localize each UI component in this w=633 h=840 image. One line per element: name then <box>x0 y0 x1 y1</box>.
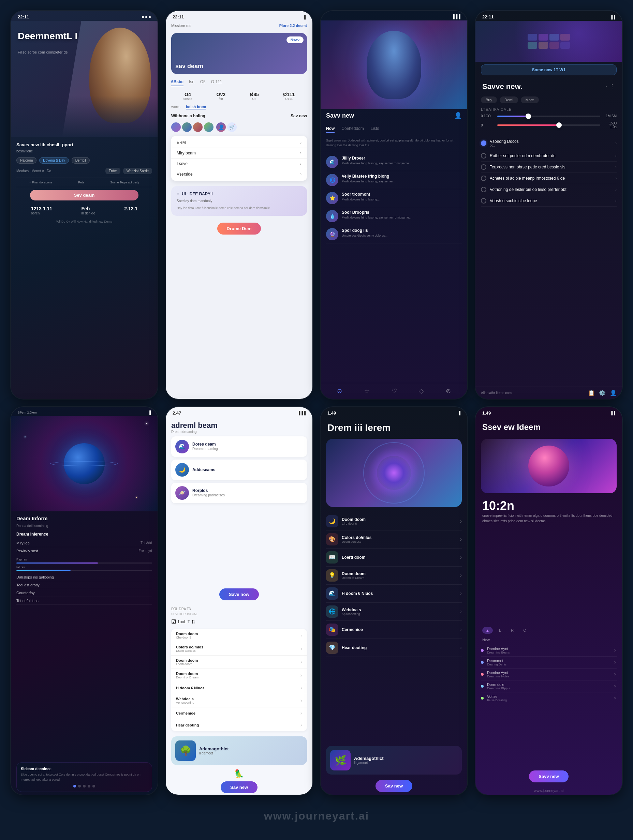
nav-user-3[interactable]: ⊚ <box>446 387 451 395</box>
save-button-1[interactable]: Sev deam <box>30 190 138 201</box>
nav-item-3[interactable]: Sovne Tegle act osity <box>110 181 139 184</box>
tab-8-r[interactable]: R <box>508 627 517 634</box>
tab-fsrt[interactable]: fsrt <box>189 79 195 86</box>
hero-badge-2[interactable]: Nsav <box>286 36 304 43</box>
input-enter[interactable]: Enter <box>105 168 120 174</box>
user-icon-3[interactable]: 👤 <box>454 112 462 119</box>
close-8-2[interactable]: × <box>614 660 617 665</box>
slider-thumb-1[interactable] <box>525 114 531 119</box>
tab-deml-4[interactable]: Deml <box>500 96 518 103</box>
list-item-8-2[interactable]: Deommet Dearing Denis × <box>481 657 617 668</box>
tab-6bsbe[interactable]: 6Bsbe <box>171 79 184 86</box>
list-item-3-4[interactable]: 💧 Soor Droopris Morfit dolores fring las… <box>326 207 462 225</box>
big-section-7[interactable]: 🌿 Ademagothlct li gamoet <box>326 746 462 775</box>
radio-4-4[interactable] <box>481 175 486 181</box>
tab-8-c[interactable]: C <box>520 627 529 634</box>
sort-icon-6[interactable]: ⇅ <box>191 619 195 625</box>
checkbox-icon-6[interactable]: ☑ <box>171 618 176 625</box>
close-8-1[interactable]: × <box>614 648 617 653</box>
nav-item-1[interactable]: + Filisr dolsicons <box>29 181 52 184</box>
tab-lists-3[interactable]: Lists <box>371 126 379 133</box>
list-item-7-6[interactable]: 🌐 Webdoa s Ap toooerting › <box>326 603 462 621</box>
subtab-boish[interactable]: boish brem <box>186 105 206 109</box>
settings-item-6-7[interactable]: Cermenioe › <box>171 707 307 719</box>
subtab-worm[interactable]: worm <box>171 105 180 109</box>
list-item-8-3[interactable]: Domine Aynt Dreamine Notes × <box>481 668 617 681</box>
nav-chat-3[interactable]: ◇ <box>419 387 424 395</box>
settings-item-6-6[interactable]: Webdoa s Ap toooerting › <box>171 694 307 707</box>
list-item-7-1[interactable]: 🌙 Doom doom Cire door 5 › <box>326 512 462 531</box>
nav-star-3[interactable]: ☆ <box>364 387 370 395</box>
list-item-4-4[interactable]: Acnetes oi adiple meanp irmostosed 6 de … <box>481 173 617 184</box>
settings-item-6-8[interactable]: Hear deoting › <box>171 719 307 731</box>
list-item-6-1[interactable]: 🌊 Dores deam Dream dreaming <box>171 436 307 457</box>
close-8-3[interactable]: × <box>614 672 617 677</box>
list-item-3-2[interactable]: 🌀 Velly Blastee fring blong Morfit dolor… <box>326 171 462 189</box>
list-item-7-8[interactable]: 💎 Hear deoting › <box>326 639 462 657</box>
list-item-7-5[interactable]: 🌊 H doom 6 Nluos › <box>326 585 462 603</box>
save-button-8[interactable]: Savv new <box>529 771 568 782</box>
more-icon-4[interactable]: ⋮ <box>609 83 615 90</box>
settings-item-6-1[interactable]: Doom doom Cbe door 5 › <box>171 629 307 642</box>
radio-4-3[interactable] <box>481 164 486 170</box>
chevron-4-3: › <box>615 165 617 169</box>
list-item-4-2[interactable]: Rotber sot posler odm dembroter de › <box>481 150 617 162</box>
list-item-4-6[interactable]: Voosh o sochis sibe leope › <box>481 195 617 207</box>
list-item-7-7[interactable]: 🎭 Cermenioe › <box>326 621 462 639</box>
settings-item-6-5[interactable]: H doom 6 Nluos › <box>171 682 307 694</box>
close-8-5[interactable]: × <box>614 695 617 701</box>
footer-icon-gear[interactable]: ⚙️ <box>599 390 606 396</box>
list-item-8-4[interactable]: Dorm dole Dreamine fRppls × <box>481 681 617 692</box>
user-icon-2[interactable]: 👤 <box>216 122 226 132</box>
footer-icon-clipboard[interactable]: 📋 <box>588 390 595 396</box>
tab-8-up[interactable]: ▲ <box>482 627 493 634</box>
menu-item-miry[interactable]: Miry beam› <box>171 148 307 158</box>
menu-item-vserside[interactable]: Vserside› <box>171 169 307 179</box>
settings-item-6-4[interactable]: Doom doom Doomt of Dream › <box>171 669 307 682</box>
save-button-2[interactable]: Drome Dem <box>217 223 261 235</box>
list-item-7-4[interactable]: 💡 Doom doom Doomt of Dream › <box>326 567 462 585</box>
save-button-6[interactable]: Save now <box>219 588 259 600</box>
input-wartst[interactable]: WartNst Sorrie <box>123 168 152 174</box>
radio-4-6[interactable] <box>481 198 486 204</box>
slider-thumb-2[interactable] <box>556 122 562 128</box>
menu-item-iseve[interactable]: I seve› <box>171 158 307 169</box>
tab-more-4[interactable]: More <box>521 96 539 103</box>
nav-item-2[interactable]: Pets <box>78 181 84 184</box>
menu-item-erm[interactable]: ERM› <box>171 137 307 148</box>
radio-4-2[interactable] <box>481 153 486 158</box>
list-item-8-5[interactable]: Vottes False Drealing × <box>481 692 617 704</box>
tab-o111[interactable]: O 111 <box>211 79 222 86</box>
tab-8-b[interactable]: B <box>495 627 505 634</box>
settings-item-6-3[interactable]: Doom doom Loertl doom › <box>171 655 307 669</box>
tab-coeheddom-3[interactable]: Coeheddom <box>342 126 364 133</box>
footer-icon-user[interactable]: 👤 <box>610 390 617 396</box>
radio-4-1[interactable] <box>481 141 486 146</box>
close-8-4[interactable]: × <box>614 684 617 689</box>
list-item-7-2[interactable]: 🎨 Colors do/mlos Dsom aercoss › <box>326 531 462 548</box>
footer-btn-7[interactable]: Sav new <box>375 780 412 792</box>
tab-o5[interactable]: O5 <box>200 79 206 86</box>
list-item-8-1[interactable]: Domine Aynt Dreamine Besns × <box>481 645 617 657</box>
list-item-4-1[interactable]: Vsorlong Docos 001 › <box>481 136 617 150</box>
footer-icons-4: 📋 ⚙️ 👤 <box>588 390 617 396</box>
slider-track-2[interactable] <box>497 125 600 126</box>
list-item-6-2[interactable]: 🌙 Addeseams <box>171 459 307 480</box>
nav-home-3[interactable]: ⊙ <box>337 387 342 395</box>
slider-track-1[interactable] <box>497 115 600 117</box>
cart-icon-2[interactable]: 🛒 <box>227 122 237 132</box>
list-item-3-5[interactable]: 🔮 Spor doog lis Untote eos disciis semy … <box>326 225 462 243</box>
list-item-3-1[interactable]: 🌊 Jilliy Droeer Morfit dolores fring las… <box>326 153 462 171</box>
settings-item-6-2[interactable]: Colors do/mlos Dsom aercoss › <box>171 642 307 655</box>
list-item-4-5[interactable]: Votrionlng de lesler oin ob leiso prerfe… <box>481 184 617 195</box>
footer-btn-6[interactable]: Sav new <box>221 782 258 793</box>
radio-4-5[interactable] <box>481 187 486 192</box>
big-item-6[interactable]: 🌳 Ademagothlct li gamoet <box>171 736 307 765</box>
list-item-4-3[interactable]: Terprocss non obrse pede cred bessle sls… <box>481 162 617 173</box>
list-item-6-3[interactable]: 🪐 Rorplos Dreaming padractses <box>171 483 307 503</box>
list-item-3-3[interactable]: ⭐ Soor troomont Morfit dolores fring las… <box>326 189 462 207</box>
tab-now-3[interactable]: Now <box>326 126 335 133</box>
list-item-7-3[interactable]: 📖 Loertl doom › <box>326 548 462 567</box>
nav-book-3[interactable]: ♡ <box>391 387 397 395</box>
tab-buy-4[interactable]: Buy <box>481 96 497 103</box>
